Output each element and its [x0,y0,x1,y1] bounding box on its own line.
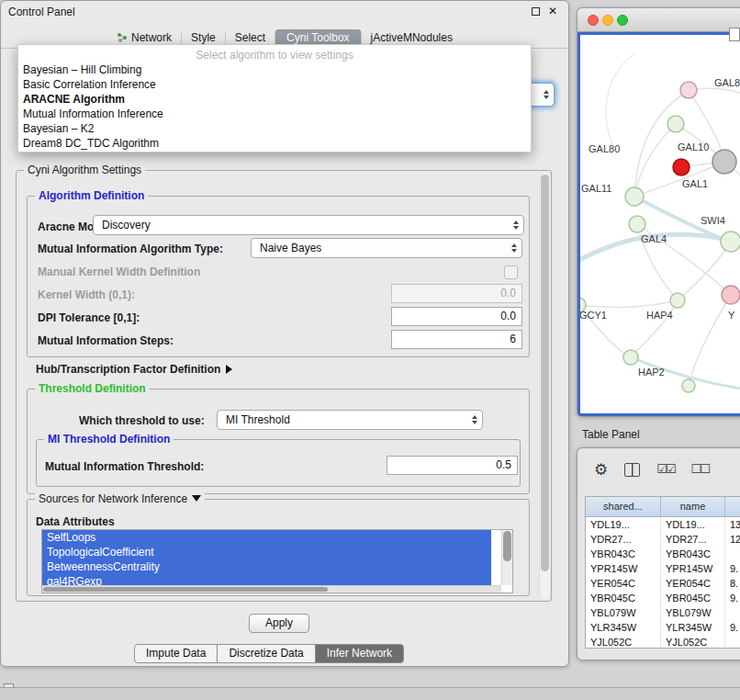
network-node[interactable] [667,116,684,132]
kernel-width-field[interactable]: 0.0 [391,284,522,303]
network-node[interactable] [670,293,685,308]
network-node[interactable] [623,350,638,365]
column-header-name[interactable]: name [661,497,725,516]
attributes-vscrollbar[interactable] [501,530,512,585]
table-cell: YPR145W [586,561,661,576]
control-panel-window: Control Panel ✕ Network Style Select [0,0,569,667]
node-label: GAL80 [589,143,620,154]
settings-scrollbar-thumb[interactable] [541,175,549,571]
tab-impute-data[interactable]: Impute Data [134,644,218,663]
mi-type-combobox[interactable]: Naive Bayes [251,238,522,258]
mi-threshold-field[interactable]: 0.5 [387,456,518,475]
table-row[interactable]: YDL19...YDL19...13 [586,517,740,532]
attribute-item[interactable]: TopologicalCoefficient [42,545,491,559]
network-node[interactable] [625,187,644,206]
node-label: GCY1 [579,310,607,321]
table-cell: YBR043C [586,547,661,561]
tab-network-label: Network [131,31,172,44]
manual-kernel-checkbox[interactable] [504,265,518,279]
table-cell: 13 [725,517,740,532]
hub-definition-expander[interactable]: Hub/Transcription Factor Definition [36,363,232,376]
tab-discretize-data[interactable]: Discretize Data [217,644,315,663]
column-header-shared-name[interactable]: shared... [586,497,661,516]
algorithm-option[interactable]: Basic Correlation Inference [18,77,531,92]
node-label: Y [728,310,734,321]
table-row[interactable]: YDR27...YDR27...12 [586,532,740,547]
algorithm-option[interactable]: Bayesian – K2 [18,121,531,136]
network-node[interactable] [721,231,740,252]
table-cell: YLR345W [586,620,661,635]
tab-infer-network[interactable]: Infer Network [315,644,404,663]
network-canvas[interactable]: GAL8GAL80GAL10GAL11GAL1SWI4GAL4GCY1HAP4Y… [577,32,740,416]
network-node[interactable] [682,379,695,392]
algorithm-option[interactable]: ARACNE Algorithm [18,92,531,107]
settings-group-title: Cyni Algorithm Settings [24,164,145,176]
table-row[interactable]: YLR345WYLR345W9. [586,620,740,635]
column-header-clipped[interactable] [725,497,740,516]
mac-close-button[interactable] [588,15,599,26]
mac-zoom-button[interactable] [617,15,628,26]
table-row[interactable]: YJL052CYJL052C [586,635,740,649]
tab-style[interactable]: Style [182,29,225,46]
network-node[interactable] [629,216,645,232]
table-row[interactable]: YBR045CYBR045C9. [586,591,740,605]
data-attributes-label: Data Attributes [36,515,115,528]
expand-right-icon [226,365,232,374]
algorithm-option[interactable]: Dream8 DC_TDC Algorithm [18,136,531,151]
node-label: SWI4 [701,215,725,226]
node-label: GAL8 [714,77,740,88]
tab-cyni-toolbox[interactable]: Cyni Toolbox [275,29,360,46]
combo-arrows-icon [472,415,477,424]
table-cell: YER054C [586,576,661,591]
which-threshold-combobox[interactable]: MI Threshold [217,410,483,430]
table-row[interactable]: YER054CYER054C8. [586,576,740,591]
sources-group-title[interactable]: Sources for Network Inference [35,492,205,505]
mi-steps-field[interactable]: 6 [391,330,522,349]
table-row[interactable]: YPR145WYPR145W9. [586,561,740,576]
algorithm-option[interactable]: Bayesian – Hill Climbing [18,62,531,77]
tab-network[interactable]: Network [107,29,181,46]
kernel-width-label: Kernel Width (0,1): [38,288,135,301]
close-window-button[interactable]: ✕ [548,6,557,16]
which-threshold-label: Which threshold to use: [79,414,205,427]
table-cell: YER054C [661,576,725,591]
deselect-all-checkboxes-icon[interactable]: ☐☐ [691,463,709,476]
table-row[interactable]: YBL079WYBL079W [586,605,740,620]
network-node[interactable] [722,286,740,304]
dpi-tolerance-field[interactable]: 0.0 [391,307,522,326]
network-node[interactable] [673,159,690,175]
algorithm-option[interactable]: Mutual Information Inference [18,107,531,121]
table-cell: YBR045C [661,591,725,605]
table-cell: 9. [725,620,740,635]
attributes-list[interactable]: SelfLoopsTopologicalCoefficientBetweenne… [41,529,513,593]
attributes-hscrollbar-thumb[interactable] [43,587,328,592]
table-row[interactable]: YBR043CYBR043C [586,547,740,561]
node-label: HAP4 [646,310,673,321]
columns-icon[interactable] [624,463,640,477]
table-header: shared... name [586,497,740,517]
node-label: GAL10 [678,141,709,152]
attributes-vscrollbar-thumb[interactable] [503,531,511,561]
network-zoom-widget[interactable] [729,28,740,41]
network-view-window: GAL8GAL80GAL10GAL11GAL1SWI4GAL4GCY1HAP4Y… [577,7,740,417]
mac-minimize-button[interactable] [602,15,613,26]
attribute-item[interactable]: BetweennessCentrality [42,559,491,574]
tab-jactivemnodules[interactable]: jActiveMNodules [362,29,462,46]
table-body: YDL19...YDL19...13YDR27...YDR27...12YBR0… [586,517,740,649]
settings-scrollbar[interactable] [539,173,550,599]
control-panel-titlebar[interactable]: Control Panel ✕ [1,1,568,23]
bottom-tabbar: Impute Data Discretize Data Infer Networ… [134,644,404,663]
network-window-titlebar[interactable] [577,8,740,32]
attributes-hscrollbar[interactable] [42,585,501,593]
table-cell: 9. [725,561,740,576]
table-toolbar: ⚙ ☑☑ ☐☐ [577,457,740,481]
select-all-checkboxes-icon[interactable]: ☑☑ [656,463,674,476]
network-node[interactable] [712,150,736,174]
float-window-button[interactable] [532,7,540,16]
attribute-item[interactable]: SelfLoops [42,530,491,545]
network-node[interactable] [680,82,697,98]
apply-button[interactable]: Apply [249,614,309,633]
aracne-mode-combobox[interactable]: Discovery [93,215,524,235]
tab-select[interactable]: Select [226,29,275,46]
table-settings-icon[interactable]: ⚙ [594,462,608,478]
